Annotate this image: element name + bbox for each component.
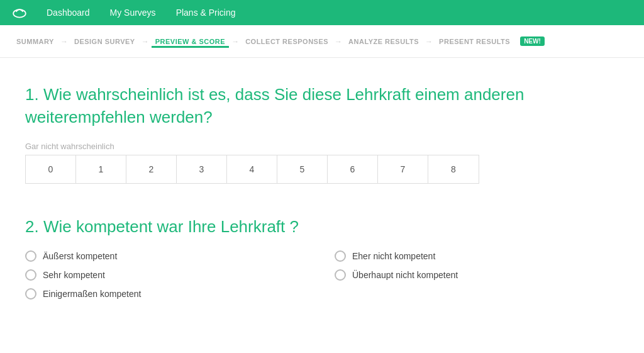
plans-pricing-link[interactable]: Plans & Pricing — [169, 0, 243, 25]
scale-cell-3[interactable]: 3 — [177, 155, 227, 183]
radio-circle-3 — [335, 269, 346, 281]
arrow-2: → — [142, 37, 149, 46]
svg-point-0 — [13, 9, 26, 18]
breadcrumb-design-survey[interactable]: DESIGN SURVEY — [70, 35, 139, 48]
question-1: 1. Wie wahrscheinlich ist es, dass Sie d… — [25, 83, 619, 184]
arrow-4: → — [335, 37, 342, 46]
top-navigation: Dashboard My Surveys Plans & Pricing — [0, 0, 644, 25]
breadcrumb-collect-responses-label[interactable]: COLLECT RESPONSES — [242, 35, 332, 48]
scale-label: Gar nicht wahrscheinlich — [25, 142, 619, 151]
question-2-text: Wie kompetent war Ihre Lehrkraft ? — [43, 217, 299, 236]
breadcrumb-collect-responses[interactable]: COLLECT RESPONSES — [242, 35, 332, 48]
breadcrumb-present-results[interactable]: PRESENT RESULTS NEW! — [435, 35, 545, 48]
breadcrumb-preview-score[interactable]: PREVIEW & SCORE — [152, 35, 229, 48]
radio-option-1[interactable]: Eher nicht kompetent — [335, 250, 619, 262]
radio-label-1: Eher nicht kompetent — [352, 251, 435, 261]
scale-cell-5[interactable]: 5 — [277, 155, 328, 183]
scale-grid: 012345678 — [25, 155, 479, 184]
scale-cell-6[interactable]: 6 — [328, 155, 378, 183]
question-1-number: 1. — [25, 85, 39, 104]
breadcrumb-design-survey-label[interactable]: DESIGN SURVEY — [70, 35, 139, 48]
radio-label-2: Sehr kompetent — [43, 270, 105, 280]
scale-cell-8[interactable]: 8 — [428, 155, 479, 183]
my-surveys-link[interactable]: My Surveys — [103, 0, 164, 25]
radio-option-4[interactable]: Einigermaßen kompetent — [25, 288, 309, 300]
question-1-text: Wie wahrscheinlich ist es, dass Sie dies… — [25, 85, 524, 126]
scale-cell-0[interactable]: 0 — [26, 155, 76, 183]
radio-circle-2 — [25, 269, 36, 281]
scale-cell-1[interactable]: 1 — [76, 155, 126, 183]
breadcrumb-analyze-results[interactable]: ANALYZE RESULTS — [345, 35, 423, 48]
radio-option-5 — [335, 288, 619, 300]
arrow-1: → — [60, 37, 68, 46]
radio-circle-4 — [25, 288, 36, 300]
breadcrumb-present-results-label[interactable]: PRESENT RESULTS — [435, 35, 514, 48]
arrow-5: → — [425, 37, 433, 46]
radio-option-3[interactable]: Überhaupt nicht kompetent — [335, 269, 619, 281]
breadcrumb-analyze-results-label[interactable]: ANALYZE RESULTS — [345, 35, 423, 48]
breadcrumb-summary-label[interactable]: SUMMARY — [13, 35, 58, 48]
radio-option-2[interactable]: Sehr kompetent — [25, 269, 309, 281]
breadcrumb-navigation: SUMMARY → DESIGN SURVEY → PREVIEW & SCOR… — [0, 25, 644, 58]
breadcrumb-summary[interactable]: SUMMARY — [13, 35, 58, 48]
radio-circle-0 — [25, 250, 36, 262]
scale-cell-2[interactable]: 2 — [126, 155, 177, 183]
question-1-title: 1. Wie wahrscheinlich ist es, dass Sie d… — [25, 83, 619, 129]
radio-circle-1 — [335, 250, 346, 262]
radio-label-0: Äußerst kompetent — [43, 251, 117, 261]
logo[interactable] — [10, 3, 29, 22]
radio-options: Äußerst kompetentEher nicht kompetentSeh… — [25, 250, 619, 300]
question-2-title: 2. Wie kompetent war Ihre Lehrkraft ? — [25, 215, 619, 238]
question-2: 2. Wie kompetent war Ihre Lehrkraft ? Äu… — [25, 215, 619, 300]
main-content: 1. Wie wahrscheinlich ist es, dass Sie d… — [0, 58, 644, 353]
radio-option-0[interactable]: Äußerst kompetent — [25, 250, 309, 262]
scale-cell-4[interactable]: 4 — [227, 155, 277, 183]
dashboard-link[interactable]: Dashboard — [39, 0, 97, 25]
arrow-3: → — [231, 37, 239, 46]
breadcrumb-preview-score-label[interactable]: PREVIEW & SCORE — [152, 35, 229, 48]
scale-cell-7[interactable]: 7 — [378, 155, 428, 183]
question-2-number: 2. — [25, 217, 39, 236]
new-badge: NEW! — [520, 36, 545, 46]
radio-label-4: Einigermaßen kompetent — [43, 289, 141, 299]
radio-label-3: Überhaupt nicht kompetent — [352, 270, 458, 280]
